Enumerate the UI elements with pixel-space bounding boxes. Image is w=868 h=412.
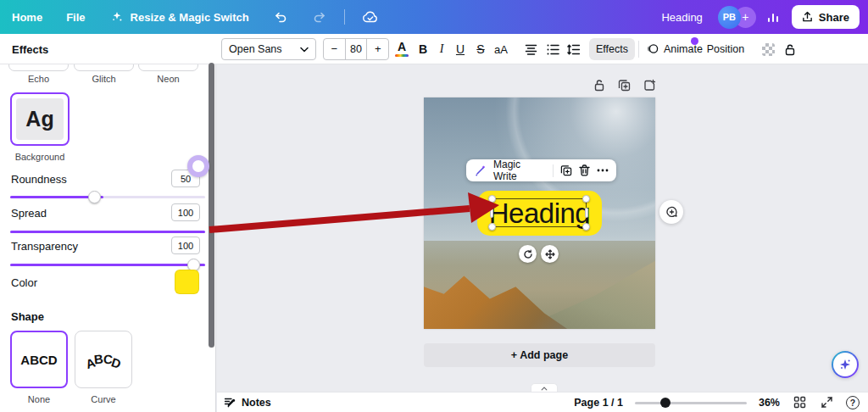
font-size-value[interactable]: 80 xyxy=(345,39,368,59)
resize-handle-sw[interactable] xyxy=(488,223,496,231)
font-color-button[interactable]: A xyxy=(393,38,410,60)
bottombar-right-cluster: Page 1 / 1 36% ? xyxy=(574,395,868,410)
transparency-value[interactable]: 100 xyxy=(171,237,200,254)
magic-write-button[interactable]: Magic Write xyxy=(493,159,546,182)
resize-handle-se[interactable] xyxy=(582,223,590,231)
canva-assistant-button[interactable] xyxy=(832,351,859,378)
design-page[interactable]: Heading xyxy=(424,97,655,329)
spread-slider-handle[interactable] xyxy=(187,155,209,177)
topbar-right-cluster: Heading PB + Share xyxy=(661,5,868,29)
notes-button[interactable]: Notes xyxy=(217,397,271,409)
delete-element-button[interactable] xyxy=(579,164,590,176)
unlock-icon[interactable] xyxy=(592,78,606,92)
duplicate-page-icon[interactable] xyxy=(617,78,632,92)
spread-slider[interactable] xyxy=(10,231,205,233)
transparency-button[interactable] xyxy=(758,38,778,60)
spacing-button[interactable] xyxy=(563,38,583,60)
document-title[interactable]: Heading xyxy=(661,11,702,24)
undo-button[interactable] xyxy=(261,9,300,25)
resize-handle-ne[interactable] xyxy=(582,195,590,203)
bold-button[interactable]: B xyxy=(414,38,432,60)
line-spacing-icon xyxy=(567,44,580,55)
effect-label-glitch: Glitch xyxy=(74,74,134,84)
lock-button[interactable] xyxy=(780,38,800,60)
transparency-slider[interactable] xyxy=(10,264,205,266)
animate-notification-dot xyxy=(691,37,698,45)
undo-icon xyxy=(273,9,288,25)
avatar[interactable]: PB xyxy=(718,6,741,29)
toolbar-divider xyxy=(638,41,639,58)
roundness-label: Roundness xyxy=(11,173,67,186)
font-size-increase-button[interactable]: + xyxy=(367,39,388,59)
page-indicator: Page 1 / 1 xyxy=(574,397,623,409)
resize-magic-switch-button[interactable]: Resize & Magic Switch xyxy=(97,9,261,25)
shape-label-curve: Curve xyxy=(75,394,132,404)
zoom-slider-handle[interactable] xyxy=(660,398,670,408)
underline-button[interactable]: U xyxy=(451,38,470,60)
rotate-handle[interactable] xyxy=(519,245,537,263)
shape-tile-none[interactable]: ABCD xyxy=(10,331,68,388)
top-bar: Home File Resize & Magic Switch Heading xyxy=(0,0,868,34)
bottom-bar: Notes Page 1 / 1 36% ? xyxy=(217,392,868,412)
insights-chart-icon[interactable] xyxy=(765,9,783,25)
redo-button[interactable] xyxy=(300,9,339,25)
text-selection-box xyxy=(492,198,587,227)
avatar-group: PB + xyxy=(718,6,756,29)
effect-label-neon: Neon xyxy=(138,74,198,84)
fullscreen-button[interactable] xyxy=(819,395,834,410)
effect-tile-glitch[interactable] xyxy=(74,64,134,71)
transparency-label: Transparency xyxy=(11,240,78,253)
file-menu[interactable]: File xyxy=(54,11,97,24)
magic-write-icon xyxy=(474,164,487,177)
zoom-level[interactable]: 36% xyxy=(759,397,780,409)
add-comment-button[interactable] xyxy=(659,200,683,224)
text-align-button[interactable] xyxy=(520,38,541,60)
zoom-slider-track[interactable] xyxy=(635,402,747,404)
animate-icon xyxy=(646,43,659,56)
background-effect-glyph: Ag xyxy=(16,98,64,140)
spread-value[interactable]: 100 xyxy=(171,203,200,221)
font-size-decrease-button[interactable]: − xyxy=(324,39,345,59)
shape-tile-curve[interactable]: ABCD xyxy=(75,331,132,388)
notes-icon xyxy=(224,397,236,409)
help-button[interactable]: ? xyxy=(846,396,860,409)
upload-icon xyxy=(802,11,813,23)
panel-scrollbar[interactable] xyxy=(209,63,214,348)
position-button[interactable]: Position xyxy=(704,38,748,60)
bulleted-list-icon xyxy=(547,44,559,55)
lock-icon xyxy=(784,43,796,56)
effect-tile-background[interactable]: Ag xyxy=(10,92,70,146)
share-button[interactable]: Share xyxy=(792,5,860,29)
chevron-down-icon xyxy=(300,47,309,53)
roundness-slider[interactable] xyxy=(10,196,205,198)
color-swatch-yellow[interactable] xyxy=(175,270,199,294)
effect-tile-echo[interactable] xyxy=(8,64,69,71)
rainbow-bar xyxy=(395,54,409,57)
sparkle-icon xyxy=(838,358,852,371)
resize-handle-e[interactable] xyxy=(585,208,588,218)
font-family-select[interactable]: Open Sans xyxy=(221,38,316,60)
list-button[interactable] xyxy=(542,38,563,60)
redo-icon xyxy=(312,9,327,25)
effect-tile-neon[interactable] xyxy=(138,64,198,71)
zoom-slider[interactable] xyxy=(635,398,747,408)
italic-button[interactable]: I xyxy=(432,38,451,60)
text-case-button[interactable]: aA xyxy=(490,38,512,60)
home-button[interactable]: Home xyxy=(0,11,54,24)
duplicate-element-button[interactable] xyxy=(560,164,572,176)
resize-handle-w[interactable] xyxy=(490,208,493,218)
canva-editor: Home File Resize & Magic Switch Heading xyxy=(0,0,868,412)
effects-button[interactable]: Effects xyxy=(589,38,635,60)
context-toolbar: Magic Write xyxy=(466,159,616,181)
grid-view-button[interactable] xyxy=(792,395,807,410)
more-options-button[interactable] xyxy=(597,169,609,172)
strikethrough-button[interactable]: S xyxy=(471,38,490,60)
shape-label-none: None xyxy=(10,394,68,404)
resize-handle-nw[interactable] xyxy=(488,195,496,203)
roundness-slider-handle[interactable] xyxy=(88,191,101,203)
move-handle[interactable] xyxy=(541,245,559,263)
add-page-icon[interactable] xyxy=(643,78,657,92)
transparency-checker-icon xyxy=(762,43,775,56)
topbar-divider xyxy=(344,9,345,25)
add-page-button[interactable]: + Add page xyxy=(424,343,655,367)
